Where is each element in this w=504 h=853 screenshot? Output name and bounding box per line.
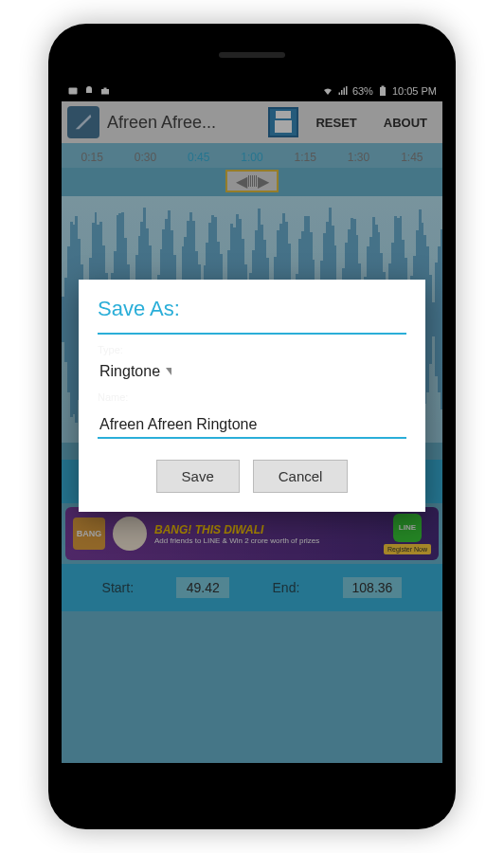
screen: 63% 10:05 PM Afreen Afree... RESET ABOUT… <box>62 81 442 763</box>
device-frame: 63% 10:05 PM Afreen Afree... RESET ABOUT… <box>48 24 456 829</box>
save-as-dialog: Save As: Type: Ringtone Name: Save Cance… <box>79 280 425 512</box>
type-dropdown[interactable]: Ringtone <box>98 357 173 384</box>
speaker-slot <box>219 52 285 58</box>
name-input[interactable] <box>98 410 406 439</box>
dialog-title: Save As: <box>98 297 406 333</box>
cancel-button[interactable]: Cancel <box>253 460 349 493</box>
type-value: Ringtone <box>99 363 160 380</box>
chevron-down-icon <box>166 368 171 375</box>
save-button[interactable]: Save <box>156 460 240 493</box>
name-label: Name: <box>98 391 406 403</box>
divider <box>98 333 406 335</box>
type-label: Type: <box>98 344 406 355</box>
